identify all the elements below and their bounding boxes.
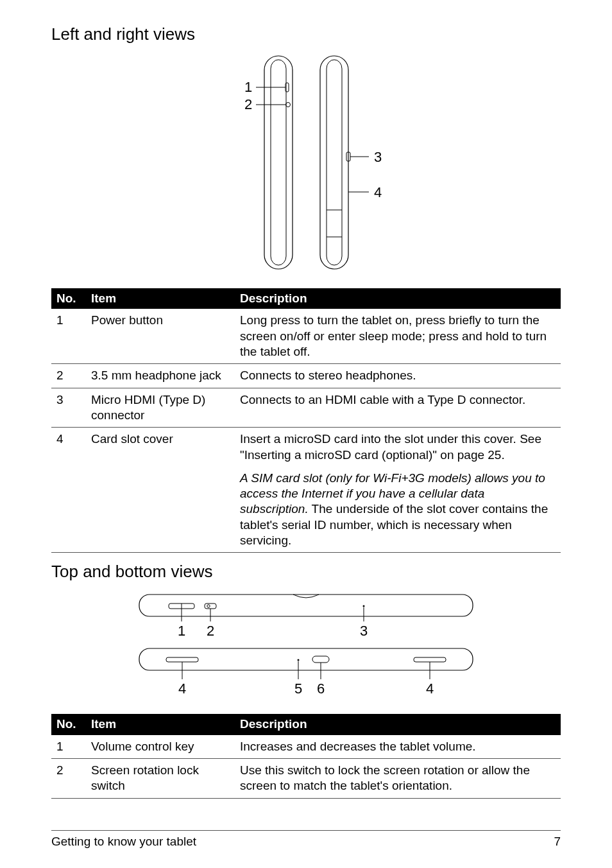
- page-footer: Getting to know your tablet 7: [51, 830, 561, 849]
- svg-rect-23: [166, 657, 198, 662]
- cell-desc: Insert a microSD card into the slot unde…: [235, 428, 561, 467]
- svg-rect-0: [264, 56, 293, 269]
- cell-item: Card slot cover: [86, 428, 235, 467]
- cell-no: [51, 467, 86, 553]
- svg-point-18: [363, 605, 365, 607]
- th-desc: Description: [235, 714, 561, 734]
- svg-rect-16: [205, 603, 216, 609]
- table-row: A SIM card slot (only for Wi-Fi+3G model…: [51, 467, 561, 553]
- cell-no: 3: [51, 388, 86, 428]
- diagram-label-2: 2: [244, 96, 252, 112]
- cell-desc: A SIM card slot (only for Wi-Fi+3G model…: [235, 467, 561, 553]
- cell-item: Volume control key: [86, 735, 235, 759]
- cell-no: 1: [51, 309, 86, 363]
- svg-point-17: [207, 605, 210, 607]
- diagram2-label-4a: 4: [178, 681, 186, 697]
- svg-rect-7: [327, 60, 342, 265]
- diagram2-label-3: 3: [360, 623, 368, 639]
- diagram2-label-4b: 4: [426, 681, 434, 697]
- svg-rect-22: [139, 648, 473, 670]
- diagram2-label-5: 5: [294, 681, 302, 697]
- table-row: 1 Volume control key Increases and decre…: [51, 735, 561, 759]
- cell-item: [86, 467, 235, 553]
- cell-desc: Use this switch to lock the screen rotat…: [235, 759, 561, 799]
- svg-rect-1: [271, 60, 286, 265]
- th-no: No.: [51, 714, 86, 734]
- section-heading-top-bottom: Top and bottom views: [51, 562, 561, 582]
- diagram-label-4: 4: [374, 184, 382, 200]
- svg-point-3: [286, 103, 291, 107]
- diagram2-label-2: 2: [207, 623, 214, 639]
- table-row: 2 3.5 mm headphone jack Connects to ster…: [51, 364, 561, 388]
- svg-rect-26: [312, 656, 329, 663]
- cell-item: Power button: [86, 309, 235, 363]
- top-bottom-diagram: 1 2 3 4 5 6 4: [51, 589, 561, 701]
- page-number: 7: [554, 835, 561, 849]
- cell-no: 2: [51, 364, 86, 388]
- top-bottom-table: No. Item Description 1 Volume control ke…: [51, 714, 561, 798]
- th-item: Item: [86, 714, 235, 734]
- diagram-label-1: 1: [244, 79, 252, 95]
- th-no: No.: [51, 288, 86, 309]
- table-row: 3 Micro HDMI (Type D) connector Connects…: [51, 388, 561, 428]
- cell-item: 3.5 mm headphone jack: [86, 364, 235, 388]
- table-row: 1 Power button Long press to turn the ta…: [51, 309, 561, 363]
- svg-point-25: [298, 659, 300, 661]
- svg-rect-24: [414, 657, 446, 662]
- table-row: 2 Screen rotation lock switch Use this s…: [51, 759, 561, 799]
- table-row: 4 Card slot cover Insert a microSD card …: [51, 428, 561, 467]
- cell-no: 2: [51, 759, 86, 799]
- left-right-table: No. Item Description 1 Power button Long…: [51, 288, 561, 553]
- cell-desc: Connects to an HDMI cable with a Type D …: [235, 388, 561, 428]
- cell-desc: Long press to turn the tablet on, press …: [235, 309, 561, 363]
- th-item: Item: [86, 288, 235, 309]
- section-heading-left-right: Left and right views: [51, 24, 561, 44]
- cell-desc: Increases and decreases the tablet volum…: [235, 735, 561, 759]
- cell-no: 1: [51, 735, 86, 759]
- footer-text: Getting to know your tablet: [51, 835, 196, 849]
- diagram-label-3: 3: [374, 149, 382, 165]
- diagram2-label-1: 1: [178, 623, 185, 639]
- cell-desc: Connects to stereo headphones.: [235, 364, 561, 388]
- diagram2-label-6: 6: [317, 681, 325, 697]
- cell-no: 4: [51, 428, 86, 467]
- cell-item: Micro HDMI (Type D) connector: [86, 388, 235, 428]
- cell-item: Screen rotation lock switch: [86, 759, 235, 799]
- th-desc: Description: [235, 288, 561, 309]
- left-right-diagram: 1 2 3 4: [51, 52, 561, 275]
